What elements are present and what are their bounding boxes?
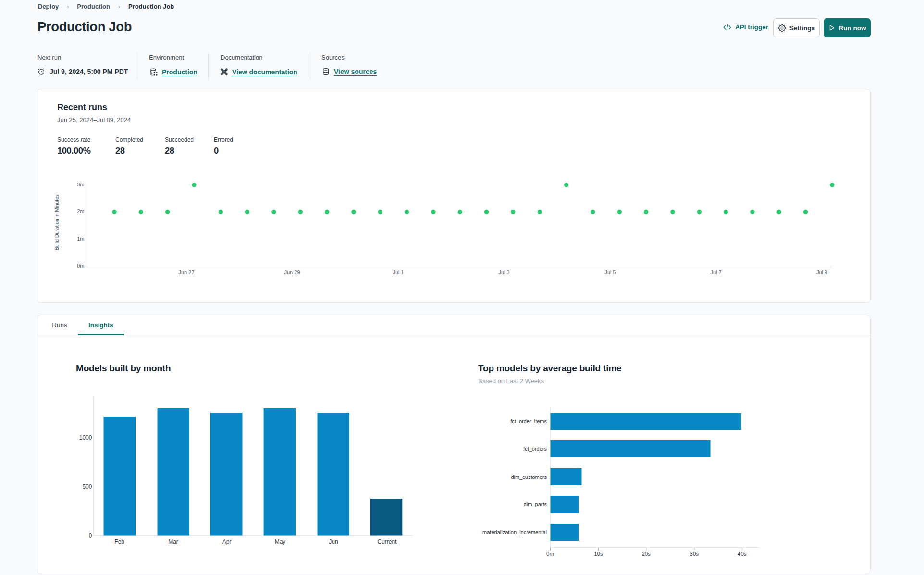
svg-text:0: 0 [89, 532, 92, 539]
svg-text:10s: 10s [594, 551, 603, 557]
svg-text:30s: 30s [690, 551, 699, 557]
svg-text:Apr: Apr [222, 538, 232, 545]
svg-text:Jul 5: Jul 5 [604, 269, 616, 275]
svg-text:1m: 1m [77, 236, 84, 242]
svg-text:materialization_incremental: materialization_incremental [482, 529, 547, 535]
svg-text:Jun: Jun [329, 538, 338, 545]
svg-text:0m: 0m [546, 551, 554, 557]
svg-text:Jul 3: Jul 3 [498, 269, 509, 275]
svg-text:Jul 1: Jul 1 [393, 269, 404, 275]
svg-text:2m: 2m [77, 208, 84, 214]
svg-text:Jul 7: Jul 7 [710, 269, 721, 275]
svg-text:Jul 9: Jul 9 [816, 269, 827, 275]
svg-text:fct_orders: fct_orders [523, 446, 547, 452]
svg-text:Current: Current [377, 538, 397, 545]
svg-text:Jun 29: Jun 29 [284, 269, 300, 275]
svg-text:fct_order_items: fct_order_items [510, 418, 547, 424]
svg-text:3m: 3m [77, 182, 84, 187]
svg-text:May: May [275, 538, 286, 545]
svg-text:40s: 40s [738, 551, 747, 557]
svg-text:Jun 27: Jun 27 [178, 269, 194, 275]
svg-text:1000: 1000 [79, 434, 92, 441]
svg-text:500: 500 [82, 483, 92, 490]
svg-text:Build Duration in Minutes: Build Duration in Minutes [54, 195, 60, 251]
svg-text:dim_customers: dim_customers [511, 474, 547, 480]
svg-text:dim_parts: dim_parts [524, 502, 547, 507]
svg-text:20s: 20s [641, 551, 651, 557]
svg-text:Mar: Mar [168, 538, 178, 545]
svg-text:Feb: Feb [114, 538, 124, 545]
svg-text:0m: 0m [77, 263, 84, 269]
